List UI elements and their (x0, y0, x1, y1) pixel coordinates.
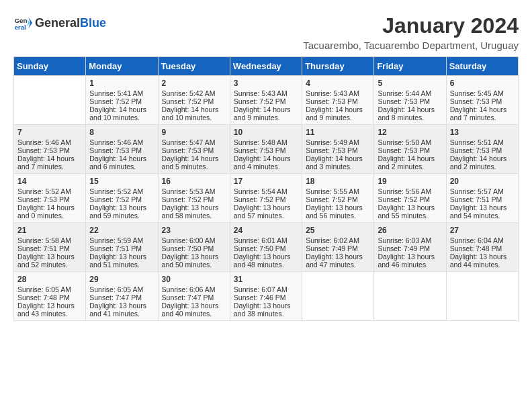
cell-content-line: Sunrise: 5:41 AM (89, 89, 154, 97)
calendar-table: SundayMondayTuesdayWednesdayThursdayFrid… (13, 56, 519, 321)
cell-content-line: Sunrise: 6:00 AM (162, 236, 226, 244)
day-number: 15 (89, 177, 154, 186)
cell-content-line: Sunrise: 5:59 AM (89, 236, 154, 244)
cell-content-line: Sunrise: 5:49 AM (306, 138, 370, 146)
calendar-cell: 30Sunrise: 6:06 AMSunset: 7:47 PMDayligh… (158, 272, 230, 321)
calendar-cell: 6Sunrise: 5:45 AMSunset: 7:53 PMDaylight… (446, 76, 518, 125)
calendar-cell: 27Sunrise: 6:04 AMSunset: 7:48 PMDayligh… (446, 223, 518, 272)
day-number: 30 (162, 275, 226, 284)
day-number: 9 (162, 128, 226, 137)
calendar-cell: 28Sunrise: 6:05 AMSunset: 7:48 PMDayligh… (14, 272, 86, 321)
day-number: 19 (378, 177, 442, 186)
cell-content-line: and 57 minutes. (234, 212, 298, 220)
day-number: 12 (378, 128, 442, 137)
cell-content-line: and 43 minutes. (17, 310, 82, 318)
cell-content-line: Daylight: 14 hours (89, 154, 154, 163)
cell-content-line: Sunrise: 6:07 AM (234, 285, 298, 293)
cell-content-line: Sunrise: 5:43 AM (306, 89, 370, 97)
cell-content-line: Sunrise: 6:02 AM (306, 236, 370, 244)
cell-content-line: Sunrise: 5:52 AM (89, 187, 154, 195)
calendar-cell: 18Sunrise: 5:55 AMSunset: 7:52 PMDayligh… (302, 174, 374, 223)
cell-content-line: and 47 minutes. (306, 261, 370, 269)
cell-content-line: Daylight: 13 hours (89, 302, 154, 310)
cell-content-line: Sunrise: 6:06 AM (162, 285, 226, 293)
cell-content-line: Daylight: 13 hours (17, 302, 82, 310)
calendar-cell: 7Sunrise: 5:46 AMSunset: 7:53 PMDaylight… (14, 125, 86, 174)
day-number: 16 (162, 177, 226, 186)
cell-content-line: Sunrise: 5:42 AM (162, 89, 226, 97)
cell-content-line: and 54 minutes. (450, 212, 515, 220)
day-number: 11 (306, 128, 370, 137)
cell-content-line: and 59 minutes. (89, 212, 154, 220)
cell-content-line: and 46 minutes. (378, 261, 442, 269)
logo-general-text: General (35, 16, 80, 30)
day-number: 26 (378, 226, 442, 235)
week-row-1: 1Sunrise: 5:41 AMSunset: 7:52 PMDaylight… (14, 76, 519, 125)
calendar-cell: 8Sunrise: 5:46 AMSunset: 7:53 PMDaylight… (86, 125, 158, 174)
cell-content-line: Sunrise: 5:46 AM (89, 138, 154, 146)
day-number: 6 (450, 79, 515, 88)
cell-content-line: Sunrise: 6:04 AM (450, 236, 515, 244)
cell-content-line: Sunrise: 5:46 AM (17, 138, 82, 146)
cell-content-line: and 10 minutes. (162, 113, 226, 122)
cell-content-line: Sunset: 7:53 PM (450, 97, 515, 105)
cell-content-line: and 9 minutes. (306, 113, 370, 122)
calendar-cell: 31Sunrise: 6:07 AMSunset: 7:46 PMDayligh… (230, 272, 302, 321)
cell-content-line: Daylight: 13 hours (234, 302, 298, 310)
cell-content-line: and 6 minutes. (89, 163, 154, 171)
day-number: 5 (378, 79, 442, 88)
cell-content-line: Sunset: 7:53 PM (17, 195, 82, 203)
calendar-cell (374, 272, 446, 321)
cell-content-line: and 56 minutes. (306, 212, 370, 220)
day-number: 17 (234, 177, 298, 186)
calendar-cell: 13Sunrise: 5:51 AMSunset: 7:53 PMDayligh… (446, 125, 518, 174)
day-number: 4 (306, 79, 370, 88)
day-number: 27 (450, 226, 515, 235)
header-row: SundayMondayTuesdayWednesdayThursdayFrid… (14, 57, 519, 76)
calendar-cell: 12Sunrise: 5:50 AMSunset: 7:53 PMDayligh… (374, 125, 446, 174)
cell-content-line: and 44 minutes. (450, 261, 515, 269)
cell-content-line: Sunrise: 5:56 AM (378, 187, 442, 195)
subtitle: Tacuarembo, Tacuarembo Department, Urugu… (303, 40, 519, 51)
cell-content-line: and 55 minutes. (378, 212, 442, 220)
week-row-2: 7Sunrise: 5:46 AMSunset: 7:53 PMDaylight… (14, 125, 519, 174)
cell-content-line: Daylight: 14 hours (450, 105, 515, 113)
cell-content-line: Sunset: 7:52 PM (162, 97, 226, 105)
cell-content-line: Sunset: 7:52 PM (234, 97, 298, 105)
calendar-cell: 25Sunrise: 6:02 AMSunset: 7:49 PMDayligh… (302, 223, 374, 272)
calendar-cell: 9Sunrise: 5:47 AMSunset: 7:53 PMDaylight… (158, 125, 230, 174)
cell-content-line: Daylight: 14 hours (234, 105, 298, 113)
cell-content-line: Sunset: 7:51 PM (89, 244, 154, 253)
day-number: 22 (89, 226, 154, 235)
cell-content-line: Sunrise: 5:54 AM (234, 187, 298, 195)
day-number: 14 (17, 177, 82, 186)
calendar-cell: 19Sunrise: 5:56 AMSunset: 7:52 PMDayligh… (374, 174, 446, 223)
cell-content-line: Daylight: 14 hours (306, 105, 370, 113)
day-number: 10 (234, 128, 298, 137)
cell-content-line: Sunrise: 5:47 AM (162, 138, 226, 146)
cell-content-line: Sunrise: 5:44 AM (378, 89, 442, 97)
day-number: 8 (89, 128, 154, 137)
cell-content-line: Sunset: 7:47 PM (89, 293, 154, 302)
cell-content-line: Sunset: 7:53 PM (306, 97, 370, 105)
day-number: 23 (162, 226, 226, 235)
calendar-cell: 23Sunrise: 6:00 AMSunset: 7:50 PMDayligh… (158, 223, 230, 272)
cell-content-line: Daylight: 13 hours (450, 203, 515, 212)
cell-content-line: Daylight: 14 hours (450, 154, 515, 163)
cell-content-line: Daylight: 13 hours (17, 253, 82, 261)
header-day-wednesday: Wednesday (230, 57, 302, 76)
cell-content-line: Sunrise: 5:53 AM (162, 187, 226, 195)
cell-content-line: Sunset: 7:52 PM (162, 195, 226, 203)
week-row-5: 28Sunrise: 6:05 AMSunset: 7:48 PMDayligh… (14, 272, 519, 321)
cell-content-line: Sunset: 7:52 PM (306, 195, 370, 203)
cell-content-line: Daylight: 14 hours (162, 154, 226, 163)
cell-content-line: Sunset: 7:53 PM (378, 146, 442, 154)
cell-content-line: Daylight: 14 hours (306, 154, 370, 163)
cell-content-line: Sunset: 7:51 PM (17, 244, 82, 253)
cell-content-line: Sunrise: 5:45 AM (450, 89, 515, 97)
header-day-sunday: Sunday (14, 57, 86, 76)
cell-content-line: Daylight: 14 hours (89, 105, 154, 113)
cell-content-line: and 10 minutes. (89, 113, 154, 122)
logo-icon: Gen eral (13, 13, 32, 32)
calendar-cell: 14Sunrise: 5:52 AMSunset: 7:53 PMDayligh… (14, 174, 86, 223)
